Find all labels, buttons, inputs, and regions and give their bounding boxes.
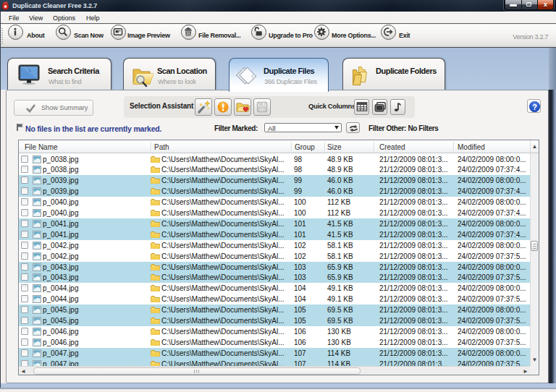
svg-text:?: ? [532, 103, 537, 111]
